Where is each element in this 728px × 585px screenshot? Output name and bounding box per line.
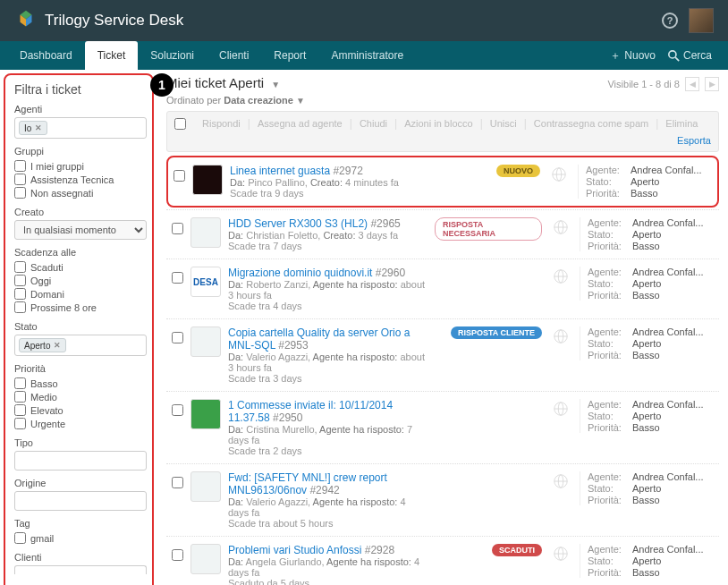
ticket-number: #2928 bbox=[365, 544, 394, 556]
priority-option[interactable]: Basso bbox=[14, 377, 147, 390]
ticket-title-link[interactable]: Migrazione dominio quidnovi.it bbox=[228, 267, 372, 279]
prev-page-button[interactable]: ◀ bbox=[685, 77, 699, 91]
checkbox[interactable] bbox=[14, 288, 26, 300]
checkbox[interactable] bbox=[14, 404, 26, 416]
status-badge: NUOVO bbox=[496, 165, 540, 177]
origin-input[interactable] bbox=[14, 491, 147, 511]
ticket-row[interactable]: Linea internet guasta #2972Da: Pinco Pal… bbox=[166, 156, 719, 208]
ticket-title-link[interactable]: Copia cartella Quality da server Orio a … bbox=[228, 326, 410, 352]
filter-label-tag: Tag bbox=[14, 518, 147, 529]
ticket-status-block: Agente:Andrea Confal...Stato:ApertoPrior… bbox=[578, 165, 712, 199]
ticket-due: Scade tra 2 days bbox=[228, 445, 427, 456]
ticket-checkbox[interactable] bbox=[172, 477, 183, 488]
ticket-title-link[interactable]: Problemi vari Studio Anfossi bbox=[228, 544, 361, 556]
priority-option[interactable]: Urgente bbox=[14, 417, 147, 430]
ticket-checkbox[interactable] bbox=[172, 549, 183, 561]
checkbox[interactable] bbox=[14, 301, 26, 313]
bulk-unisci[interactable]: Unisci bbox=[483, 115, 524, 131]
ticket-checkbox[interactable] bbox=[172, 332, 183, 343]
due-option[interactable]: Prossime 8 ore bbox=[14, 301, 147, 314]
checkbox[interactable] bbox=[14, 418, 26, 429]
svg-point-0 bbox=[669, 50, 676, 57]
checkbox[interactable] bbox=[14, 377, 26, 389]
ticket-row[interactable]: Fwd: [SAFETY MNL!] crew report MNL9613/0… bbox=[166, 463, 719, 536]
ticket-due: Scade tra 9 days bbox=[230, 188, 426, 199]
priority-option[interactable]: Medio bbox=[14, 390, 147, 403]
group-option[interactable]: Assistenza Tecnica bbox=[14, 173, 147, 186]
view-title[interactable]: Miei ticket Aperti bbox=[166, 75, 264, 90]
brand[interactable]: Trilogy Service Desk bbox=[14, 9, 183, 32]
bulk-action-bar: Rispondi|Assegna ad agente|Chiudi|Azioni… bbox=[166, 111, 719, 152]
search-button[interactable]: Cerca bbox=[668, 49, 712, 62]
ticket-row[interactable]: HDD Server RX300 S3 (HL2) #2965Da: Chris… bbox=[166, 209, 719, 259]
select-all-checkbox[interactable] bbox=[174, 118, 186, 130]
ticket-checkbox[interactable] bbox=[174, 170, 185, 182]
checkbox[interactable] bbox=[14, 160, 26, 172]
new-button[interactable]: ＋Nuovo bbox=[610, 48, 656, 64]
ticket-row[interactable]: DESAMigrazione dominio quidnovi.it #2960… bbox=[166, 259, 719, 318]
checkbox[interactable] bbox=[14, 261, 26, 273]
checkbox[interactable] bbox=[14, 187, 26, 199]
step-badge: 1 bbox=[150, 73, 174, 97]
created-select[interactable]: In qualsiasi momento bbox=[14, 220, 147, 240]
due-option[interactable]: Oggi bbox=[14, 274, 147, 287]
help-icon[interactable]: ? bbox=[662, 13, 678, 29]
sort-info[interactable]: Ordinato per Data creazione ▼ bbox=[166, 95, 719, 106]
due-option[interactable]: Domani bbox=[14, 287, 147, 301]
tag-option[interactable]: gmail bbox=[14, 531, 147, 545]
type-input[interactable] bbox=[14, 451, 147, 471]
bulk-azioni-in-blocco[interactable]: Azioni in blocco bbox=[397, 115, 479, 131]
bulk-elimina[interactable]: Elimina bbox=[658, 115, 705, 131]
due-option[interactable]: Scaduti bbox=[14, 260, 147, 274]
remove-pill-icon[interactable]: ✕ bbox=[54, 341, 61, 350]
bulk-rispondi[interactable]: Rispondi bbox=[195, 115, 248, 131]
ticket-row[interactable]: Copia cartella Quality da server Orio a … bbox=[166, 318, 719, 391]
avatar[interactable] bbox=[689, 8, 714, 33]
state-filter[interactable]: Aperto✕ bbox=[14, 335, 147, 356]
ticket-thumbnail bbox=[192, 165, 223, 195]
globe-icon bbox=[553, 326, 569, 346]
status-badge: RISPOSTA CLIENTE bbox=[451, 326, 542, 339]
nav-clienti[interactable]: Clienti bbox=[207, 41, 261, 70]
nav-amministratore[interactable]: Amministratore bbox=[318, 41, 416, 70]
priority-option[interactable]: Elevato bbox=[14, 403, 147, 417]
export-link[interactable]: Esporta bbox=[677, 135, 711, 146]
checkbox[interactable] bbox=[14, 275, 26, 286]
state-pill[interactable]: Aperto✕ bbox=[19, 338, 66, 352]
group-option[interactable]: I miei gruppi bbox=[14, 159, 147, 173]
ticket-title-link[interactable]: 1 Commesse inviate il: 10/11/2014 11.37.… bbox=[228, 399, 393, 424]
clients-input[interactable] bbox=[14, 565, 147, 574]
ticket-row[interactable]: Problemi vari Studio Anfossi #2928Da: An… bbox=[166, 536, 719, 585]
ticket-thumbnail: DESA bbox=[190, 267, 221, 297]
filter-label-clients: Clienti bbox=[14, 552, 147, 563]
ticket-row[interactable]: 1 Commesse inviate il: 10/11/2014 11.37.… bbox=[166, 391, 719, 463]
globe-icon bbox=[553, 399, 569, 419]
ticket-due: Scade tra 4 days bbox=[228, 301, 427, 311]
ticket-checkbox[interactable] bbox=[172, 223, 183, 234]
ticket-checkbox[interactable] bbox=[172, 404, 183, 416]
ticket-number: #2972 bbox=[333, 165, 362, 177]
nav-soluzioni[interactable]: Soluzioni bbox=[138, 41, 207, 70]
nav-report[interactable]: Report bbox=[261, 41, 318, 70]
ticket-title-link[interactable]: HDD Server RX300 S3 (HL2) bbox=[228, 217, 368, 230]
ticket-checkbox[interactable] bbox=[172, 272, 183, 284]
bulk-contrassegna-come-spam[interactable]: Contrassegna come spam bbox=[527, 115, 656, 131]
checkbox[interactable] bbox=[14, 174, 26, 185]
nav-dashboard[interactable]: Dashboard bbox=[7, 41, 85, 70]
checkbox[interactable] bbox=[14, 532, 26, 544]
checkbox[interactable] bbox=[14, 391, 26, 403]
top-header: Trilogy Service Desk ? bbox=[0, 0, 728, 41]
agent-pill[interactable]: Io✕ bbox=[19, 121, 47, 135]
next-page-button[interactable]: ▶ bbox=[705, 77, 719, 91]
ticket-title-link[interactable]: Fwd: [SAFETY MNL!] crew report MNL9613/0… bbox=[228, 471, 387, 496]
remove-pill-icon[interactable]: ✕ bbox=[35, 123, 42, 132]
agents-filter[interactable]: Io✕ bbox=[14, 117, 147, 139]
group-option[interactable]: Non assegnati bbox=[14, 186, 147, 199]
globe-icon bbox=[553, 471, 569, 491]
status-badge: RISPOSTA NECESSARIA bbox=[435, 217, 542, 241]
nav-ticket[interactable]: Ticket bbox=[85, 41, 139, 70]
chevron-down-icon[interactable]: ▼ bbox=[271, 80, 280, 89]
bulk-assegna-ad-agente[interactable]: Assegna ad agente bbox=[250, 115, 350, 131]
bulk-chiudi[interactable]: Chiudi bbox=[352, 115, 394, 131]
ticket-title-link[interactable]: Linea internet guasta bbox=[230, 165, 330, 177]
